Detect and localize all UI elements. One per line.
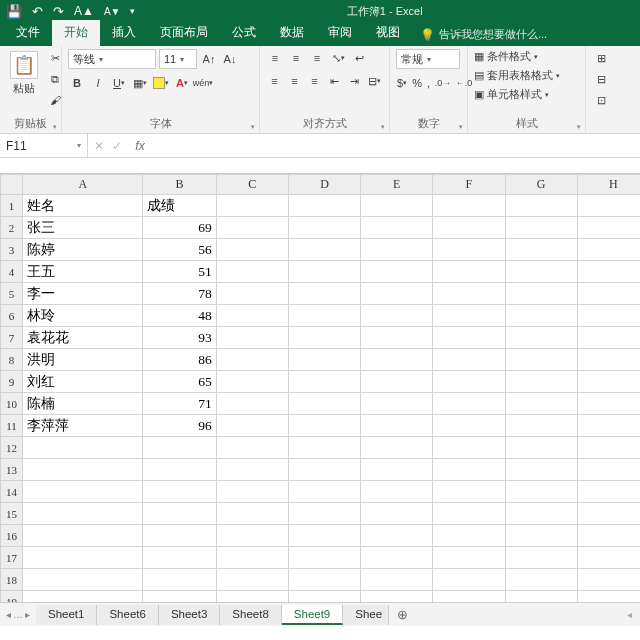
row-header-13[interactable]: 13 — [1, 459, 23, 481]
align-left-icon[interactable]: ≡ — [266, 72, 283, 90]
sheet-tab-Sheet9[interactable]: Sheet9 — [282, 605, 343, 625]
col-header-E[interactable]: E — [361, 175, 433, 195]
cell-A4[interactable]: 王五 — [23, 261, 143, 283]
italic-button[interactable]: I — [89, 74, 107, 92]
cell-C13[interactable] — [216, 459, 288, 481]
cell-H11[interactable] — [577, 415, 640, 437]
cell-F12[interactable] — [433, 437, 505, 459]
row-header-5[interactable]: 5 — [1, 283, 23, 305]
cell-A6[interactable]: 林玲 — [23, 305, 143, 327]
sheet-nav-prev-icon[interactable]: … — [13, 609, 23, 620]
cancel-icon[interactable]: ✕ — [94, 139, 104, 153]
cell-C7[interactable] — [216, 327, 288, 349]
sheet-tab-Shee[interactable]: Shee — [343, 605, 389, 625]
cell-B6[interactable]: 48 — [143, 305, 216, 327]
table-format-button[interactable]: ▤套用表格格式▾ — [474, 68, 579, 83]
cell-H18[interactable] — [577, 569, 640, 591]
cell-F9[interactable] — [433, 371, 505, 393]
paste-button[interactable]: 📋 粘贴 — [6, 49, 42, 98]
cell-A9[interactable]: 刘红 — [23, 371, 143, 393]
cell-G8[interactable] — [505, 349, 577, 371]
row-header-18[interactable]: 18 — [1, 569, 23, 591]
align-right-icon[interactable]: ≡ — [306, 72, 323, 90]
cond-format-button[interactable]: ▦条件格式▾ — [474, 49, 579, 64]
cell-A8[interactable]: 洪明 — [23, 349, 143, 371]
cell-G14[interactable] — [505, 481, 577, 503]
cell-D10[interactable] — [288, 393, 360, 415]
cell-A12[interactable] — [23, 437, 143, 459]
col-header-H[interactable]: H — [577, 175, 640, 195]
cell-E7[interactable] — [361, 327, 433, 349]
cell-C14[interactable] — [216, 481, 288, 503]
sheet-tab-Sheet1[interactable]: Sheet1 — [36, 605, 97, 625]
col-header-D[interactable]: D — [288, 175, 360, 195]
cell-G4[interactable] — [505, 261, 577, 283]
border-button[interactable]: ▦▾ — [131, 74, 149, 92]
cell-B11[interactable]: 96 — [143, 415, 216, 437]
cell-A1[interactable]: 姓名 — [23, 195, 143, 217]
fx-icon[interactable]: fx — [128, 139, 152, 153]
cell-F5[interactable] — [433, 283, 505, 305]
shrink-font-icon[interactable]: A↓ — [221, 50, 239, 68]
cell-C8[interactable] — [216, 349, 288, 371]
cell-A16[interactable] — [23, 525, 143, 547]
cell-G3[interactable] — [505, 239, 577, 261]
cell-G18[interactable] — [505, 569, 577, 591]
cell-C3[interactable] — [216, 239, 288, 261]
align-bottom-icon[interactable]: ≡ — [308, 49, 326, 67]
cell-A2[interactable]: 张三 — [23, 217, 143, 239]
tab-view[interactable]: 视图 — [364, 20, 412, 46]
cell-B1[interactable]: 成绩 — [143, 195, 216, 217]
cell-D1[interactable] — [288, 195, 360, 217]
cell-C11[interactable] — [216, 415, 288, 437]
row-header-14[interactable]: 14 — [1, 481, 23, 503]
row-header-1[interactable]: 1 — [1, 195, 23, 217]
currency-icon[interactable]: $▾ — [396, 74, 408, 92]
indent-inc-icon[interactable]: ⇥ — [346, 72, 363, 90]
cell-F7[interactable] — [433, 327, 505, 349]
cell-C12[interactable] — [216, 437, 288, 459]
phonetic-button[interactable]: wén▾ — [194, 74, 212, 92]
cell-D14[interactable] — [288, 481, 360, 503]
cell-H8[interactable] — [577, 349, 640, 371]
cell-H3[interactable] — [577, 239, 640, 261]
col-header-A[interactable]: A — [23, 175, 143, 195]
cell-D5[interactable] — [288, 283, 360, 305]
cell-C18[interactable] — [216, 569, 288, 591]
row-header-11[interactable]: 11 — [1, 415, 23, 437]
cell-E1[interactable] — [361, 195, 433, 217]
row-header-8[interactable]: 8 — [1, 349, 23, 371]
add-sheet-button[interactable]: ⊕ — [389, 607, 416, 622]
cell-B18[interactable] — [143, 569, 216, 591]
cell-A17[interactable] — [23, 547, 143, 569]
cell-G13[interactable] — [505, 459, 577, 481]
align-center-icon[interactable]: ≡ — [286, 72, 303, 90]
cell-D9[interactable] — [288, 371, 360, 393]
cell-F14[interactable] — [433, 481, 505, 503]
font-shrink-icon[interactable]: A▼ — [104, 6, 121, 17]
cell-B9[interactable]: 65 — [143, 371, 216, 393]
row-header-4[interactable]: 4 — [1, 261, 23, 283]
sheet-tab-Sheet3[interactable]: Sheet3 — [159, 605, 220, 625]
font-grow-icon[interactable]: A▲ — [74, 4, 94, 18]
cell-G7[interactable] — [505, 327, 577, 349]
name-box[interactable]: F11▾ — [0, 134, 88, 157]
cell-G5[interactable] — [505, 283, 577, 305]
inc-decimal-icon[interactable]: .0→ — [434, 74, 452, 92]
cell-H12[interactable] — [577, 437, 640, 459]
cell-G11[interactable] — [505, 415, 577, 437]
align-middle-icon[interactable]: ≡ — [287, 49, 305, 67]
cell-style-button[interactable]: ▣单元格样式▾ — [474, 87, 579, 102]
cell-G9[interactable] — [505, 371, 577, 393]
fill-color-button[interactable]: ▾ — [152, 74, 170, 92]
cell-F15[interactable] — [433, 503, 505, 525]
cell-E9[interactable] — [361, 371, 433, 393]
cell-F2[interactable] — [433, 217, 505, 239]
row-header-15[interactable]: 15 — [1, 503, 23, 525]
cell-D17[interactable] — [288, 547, 360, 569]
comma-icon[interactable]: , — [426, 74, 431, 92]
percent-icon[interactable]: % — [411, 74, 423, 92]
cell-D18[interactable] — [288, 569, 360, 591]
hscroll-left-icon[interactable]: ◂ — [627, 609, 632, 620]
cell-C16[interactable] — [216, 525, 288, 547]
